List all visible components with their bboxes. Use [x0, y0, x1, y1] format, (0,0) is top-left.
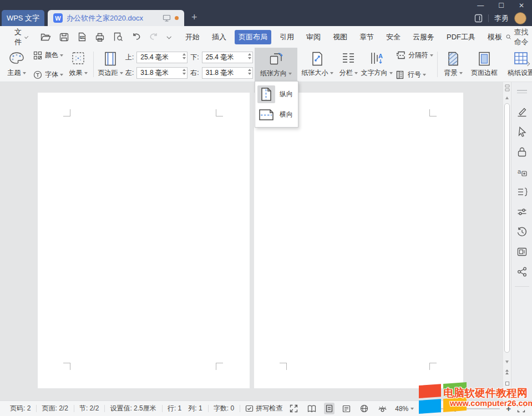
colors-icon	[33, 51, 42, 60]
tab-view[interactable]: 视图	[329, 30, 351, 44]
sidebar-drag-handle[interactable]	[517, 90, 527, 93]
tab-templates[interactable]: 模板	[484, 30, 506, 44]
status-row-column[interactable]: 行: 1 列: 1	[162, 404, 208, 413]
status-page[interactable]: 页面: 2/2	[36, 404, 73, 413]
document-page-1[interactable]	[38, 93, 250, 388]
save-icon[interactable]	[59, 33, 69, 42]
orientation-landscape-item[interactable]: 横向	[257, 104, 296, 125]
outline-pane-icon[interactable]	[516, 186, 528, 197]
effects-button[interactable]: 效果	[65, 49, 91, 80]
fullscreen-view-icon[interactable]	[288, 403, 300, 414]
spell-check-button[interactable]: 拼写检查	[240, 404, 288, 413]
maximize-button[interactable]: ☐	[498, 2, 504, 9]
cursor-icon[interactable]	[516, 126, 528, 138]
new-tab-button[interactable]: +	[191, 12, 197, 22]
eye-protection-icon[interactable]	[376, 403, 389, 414]
spinner[interactable]	[248, 53, 251, 59]
status-section[interactable]: 节: 2/2	[74, 404, 104, 413]
breaks-button[interactable]: 分隔符	[396, 50, 435, 60]
line-numbers-icon	[396, 70, 405, 79]
columns-button[interactable]: 分栏	[336, 49, 361, 80]
customize-toolbar-chevron-icon[interactable]	[166, 34, 171, 39]
document-tab[interactable]: W 办公软件之家2020.docx	[48, 10, 184, 26]
tab-page-layout[interactable]: 页面布局	[235, 30, 271, 44]
status-setting[interactable]: 设置值: 2.5厘米	[104, 404, 161, 413]
zoom-slider[interactable]	[434, 408, 500, 409]
translate-icon[interactable]: a	[516, 166, 528, 177]
tab-insert[interactable]: 插入	[208, 30, 230, 44]
read-layout-icon[interactable]	[306, 403, 318, 414]
page-border-button[interactable]: 页面边框	[467, 49, 501, 80]
status-word-count[interactable]: 字数: 0	[208, 404, 240, 413]
margin-top-label: 上:	[125, 53, 134, 62]
fit-page-icon[interactable]	[517, 404, 525, 413]
find-command-search[interactable]: 查找命令	[506, 27, 532, 47]
spinner[interactable]	[183, 53, 186, 59]
theme-label: 主题	[8, 68, 21, 78]
vertical-scrollbar[interactable]	[503, 82, 511, 400]
history-icon[interactable]	[516, 226, 528, 237]
tab-review[interactable]: 审阅	[302, 30, 325, 44]
tab-home[interactable]: 开始	[181, 30, 204, 44]
background-button[interactable]: 背景	[440, 49, 466, 80]
open-file-icon[interactable]	[40, 33, 51, 42]
print-layout-icon[interactable]	[324, 403, 335, 414]
scrollbar-thumb[interactable]	[504, 103, 510, 353]
status-column: 列: 1	[188, 404, 202, 413]
settings-sliders-icon[interactable]	[516, 206, 528, 217]
navigation-pane-icon[interactable]	[516, 246, 528, 257]
web-layout-icon[interactable]	[358, 403, 370, 414]
paper-orientation-button[interactable]: 纸张方向	[255, 48, 297, 81]
margins-button[interactable]: 页边距	[97, 49, 124, 80]
tab-pdf-tools[interactable]: PDF工具	[443, 30, 479, 44]
ruler-toggle-icon[interactable]	[504, 84, 510, 92]
sidebar-toggle-icon[interactable]	[474, 14, 483, 23]
close-button[interactable]: ✕	[519, 2, 524, 9]
zoom-level-button[interactable]: 48%	[395, 405, 414, 413]
status-bar: 页码: 2 页面: 2/2 节: 2/2 设置值: 2.5厘米 行: 1 列: …	[0, 400, 532, 416]
document-page-2[interactable]	[254, 93, 463, 388]
orientation-portrait-item[interactable]: 纵向	[257, 84, 296, 104]
paper-size-button[interactable]: 纸张大小	[301, 49, 334, 80]
previous-page-button[interactable]	[505, 369, 509, 374]
margin-bottom-input[interactable]	[202, 52, 253, 63]
select-browse-object-button[interactable]	[505, 382, 509, 385]
wps-app-button[interactable]: WPS 文字	[2, 10, 44, 26]
text-direction-button[interactable]: A 文字方向	[359, 49, 394, 80]
line-numbers-button[interactable]: 行号	[396, 70, 435, 79]
tab-section[interactable]: 章节	[356, 30, 378, 44]
share-icon[interactable]	[516, 266, 528, 277]
zoom-in-button[interactable]: +	[506, 404, 511, 413]
file-menu[interactable]: 文件	[14, 27, 27, 47]
colors-button[interactable]: 颜色	[33, 50, 65, 60]
zoom-out-button[interactable]: —	[420, 404, 428, 413]
margin-right-input[interactable]	[202, 67, 253, 79]
margin-top-input[interactable]	[136, 52, 188, 63]
document-area[interactable]	[0, 82, 503, 400]
tab-references[interactable]: 引用	[276, 30, 298, 44]
user-name[interactable]: 李勇	[494, 13, 509, 23]
edit-pen-icon[interactable]	[516, 106, 528, 118]
status-page-number[interactable]: 页码: 2	[4, 404, 36, 413]
tab-security[interactable]: 安全	[382, 30, 404, 44]
outline-view-icon[interactable]	[341, 403, 352, 414]
lock-icon[interactable]	[516, 146, 528, 158]
print-preview-icon[interactable]	[113, 32, 123, 42]
document-tab-title: 办公软件之家2020.docx	[67, 13, 159, 23]
redo-icon[interactable]	[149, 33, 159, 41]
avatar[interactable]	[514, 12, 526, 24]
theme-button[interactable]: 主题	[3, 49, 30, 80]
share-to-monitor-icon[interactable]	[163, 14, 171, 22]
fonts-button[interactable]: 字体	[33, 70, 65, 79]
undo-icon[interactable]	[131, 33, 141, 41]
spinner[interactable]	[183, 69, 186, 75]
scroll-down-arrow-icon[interactable]	[505, 361, 509, 363]
margin-left-input[interactable]	[136, 67, 188, 79]
zoom-slider-thumb[interactable]	[454, 406, 456, 412]
export-pdf-icon[interactable]: PDF	[77, 32, 87, 42]
tab-cloud[interactable]: 云服务	[409, 30, 438, 44]
print-icon[interactable]	[95, 33, 105, 42]
spinner[interactable]	[248, 69, 251, 75]
scroll-up-arrow-icon[interactable]	[505, 97, 509, 99]
minimize-button[interactable]: —	[477, 2, 484, 9]
